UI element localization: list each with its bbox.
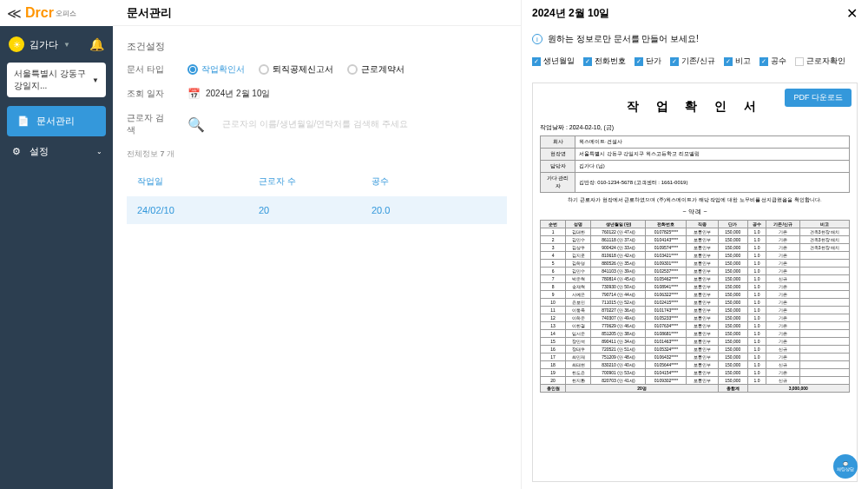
user-avatar: ☀: [9, 36, 24, 52]
nav-settings[interactable]: ⚙ 설정 ⌄: [0, 136, 113, 167]
form-label-date: 조회 일자: [127, 88, 170, 100]
worker-row: 11이동욱870227 (만 36세)0101743****보통인부150,00…: [541, 307, 850, 314]
radio-label: 작업확인서: [201, 63, 245, 76]
section-title: 조건설정: [127, 40, 507, 53]
worker-row: 13이한결770629 (만 46세)0107634****보통인부150,00…: [541, 322, 850, 330]
worker-row: 20한지환820703 (만 41세)0109302****보통인부150,00…: [541, 377, 850, 385]
close-icon[interactable]: ✕: [846, 5, 858, 22]
worker-row: 9서예은790714 (만 44세)0106322****보통인부150,000…: [541, 291, 850, 299]
doc-subtitle: ~ 약 례 ~: [540, 208, 850, 216]
checkbox-price[interactable]: ✓단가: [635, 56, 661, 67]
search-icon: 🔍: [187, 116, 205, 133]
doc-icon: 📄: [17, 116, 30, 128]
logo: Drcr 오피스: [25, 5, 76, 21]
check-icon: ✓: [532, 57, 541, 66]
banner-text: 원하는 정보로만 문서를 만들어 보세요!: [548, 33, 699, 45]
col-header-count: 근로자 수: [259, 175, 372, 188]
worker-row: 4김지훈810618 (만 42세)0103421****보통인부150,000…: [541, 252, 850, 260]
doc-info-table: 회사웍스메이트·건설사 현장명서울특별시 강동구 강일지구 웍스고등학교 리모델…: [540, 135, 850, 193]
chevron-down-icon[interactable]: ▼: [63, 41, 70, 49]
checkbox-phone[interactable]: ✓전화번호: [583, 56, 626, 67]
cell-gongsu: 20.0: [372, 205, 441, 215]
chevron-down-icon: ⌄: [96, 148, 102, 155]
bell-icon[interactable]: 🔔: [89, 37, 104, 51]
radio-label: 근로계약서: [361, 63, 404, 76]
worker-row: 17최민재751209 (만 48세)0106432****보통인부150,00…: [541, 354, 850, 361]
radio-contract[interactable]: 근로계약서: [347, 63, 404, 76]
worker-row: 3김상우900424 (만 33세)0109574****보통인부150,000…: [541, 244, 850, 252]
radio-label: 퇴직공제신고서: [273, 63, 333, 76]
chevron-down-icon: ▼: [92, 76, 99, 84]
date-value: 2024년 2월 10일: [206, 88, 271, 100]
worker-row: 16장태우720521 (만 51세)0105324****보통인부150,00…: [541, 346, 850, 354]
worker-row: 8송재혁730930 (만 50세)0108941****보통인부150,000…: [541, 283, 850, 291]
location-text: 서울특별시 강동구 강일지...: [14, 68, 92, 92]
checkbox-note[interactable]: ✓비고: [724, 56, 751, 67]
cell-date: 24/02/10: [137, 205, 259, 215]
doc-date: 작업날짜 : 2024-02-10, (금): [540, 123, 850, 132]
worker-row: 14임서준851205 (만 38세)0108681****보통인부150,00…: [541, 330, 850, 338]
form-label-type: 문서 타입: [127, 63, 170, 76]
check-icon: ✓: [724, 57, 733, 66]
worker-row: 2김민수861118 (만 37세)0104143****보통인부150,000…: [541, 236, 850, 244]
radio-retirement[interactable]: 퇴직공제신고서: [259, 63, 333, 76]
worker-row: 5김하영880526 (만 35세)0109301****보통인부150,000…: [541, 260, 850, 268]
nav-label: 설정: [30, 145, 49, 158]
nav-doc-mgmt[interactable]: 📄 문서관리: [7, 106, 106, 136]
calendar-icon: 📅: [187, 88, 201, 100]
check-icon: ✓: [635, 57, 643, 66]
worker-row: 1김대한760122 (만 47세)0107825****보통인부150,000…: [541, 228, 850, 236]
gear-icon: ⚙: [10, 146, 23, 158]
logo-sub: 오피스: [56, 9, 76, 18]
col-header-gongsu: 공수: [372, 175, 441, 188]
detail-title: 2024년 2월 10일: [532, 6, 609, 21]
check-icon: ✓: [583, 57, 592, 66]
doc-preview: PDF 다운로드 작 업 확 인 서 작업날짜 : 2024-02-10, (금…: [532, 83, 858, 482]
doc-notice: 하기 근로자가 현장에서 근로하였으며 (주)웍스메이트가 해당 작업에 대한 …: [540, 196, 850, 204]
user-name: 김가다: [30, 38, 58, 51]
radio-work-confirm[interactable]: 작업확인서: [187, 63, 245, 76]
logo-text: Drcr: [25, 5, 54, 21]
worker-row: 10윤보민711015 (만 52세)0102415****보통인부150,00…: [541, 299, 850, 307]
radio-icon: [187, 64, 198, 75]
checkbox-gongsu[interactable]: ✓공수: [760, 56, 786, 67]
search-input[interactable]: 근로자의 이름/생년월일/연락처를 검색해 주세요: [222, 115, 507, 134]
date-picker[interactable]: 📅 2024년 2월 10일: [187, 88, 271, 100]
table-row[interactable]: 24/02/10 20 20.0: [127, 196, 507, 224]
worker-row: 15장민석890411 (만 34세)0101463****보통인부150,00…: [541, 338, 850, 346]
worker-row: 12이하준740307 (만 49세)0105233****보통인부150,00…: [541, 314, 850, 322]
radio-icon: [347, 64, 358, 75]
worker-row: 6김민수841103 (만 39세)0102537****보통인부150,000…: [541, 268, 850, 275]
checkbox-confirm[interactable]: 근로자확인: [795, 56, 845, 67]
worker-row: 19한도윤700901 (만 53세)0104154****보통인부150,00…: [541, 369, 850, 377]
worker-table: 순번성명생년월일 (만)전화번호직종단가공수기존/신규비고 1김대한760122…: [540, 220, 850, 393]
location-select[interactable]: 서울특별시 강동구 강일지... ▼: [7, 63, 106, 97]
radio-icon: [259, 64, 269, 75]
checkbox-birth[interactable]: ✓생년월일: [532, 56, 575, 67]
result-count: 전체정보 7 개: [127, 149, 507, 160]
form-label-search: 근로자 검색: [127, 112, 170, 136]
check-icon: ✓: [670, 57, 679, 66]
cell-count: 20: [259, 205, 372, 215]
col-header-date: 작업일: [137, 175, 259, 188]
info-icon: i: [532, 34, 542, 44]
nav-label: 문서관리: [36, 115, 75, 128]
table-header: 작업일 근로자 수 공수: [127, 167, 507, 196]
check-icon: [795, 57, 804, 66]
page-title: 문서관리: [127, 5, 172, 21]
pdf-download-button[interactable]: PDF 다운로드: [785, 89, 852, 107]
check-icon: ✓: [760, 57, 768, 66]
chat-button[interactable]: 💬 채팅상담: [833, 454, 858, 479]
back-icon[interactable]: ≪: [7, 5, 22, 22]
checkbox-type[interactable]: ✓기존/신규: [670, 56, 715, 67]
worker-row: 7박준혁780814 (만 45세)0105462****보통인부150,000…: [541, 275, 850, 283]
worker-row: 18최태현830210 (만 40세)0105644****보통인부150,00…: [541, 361, 850, 369]
